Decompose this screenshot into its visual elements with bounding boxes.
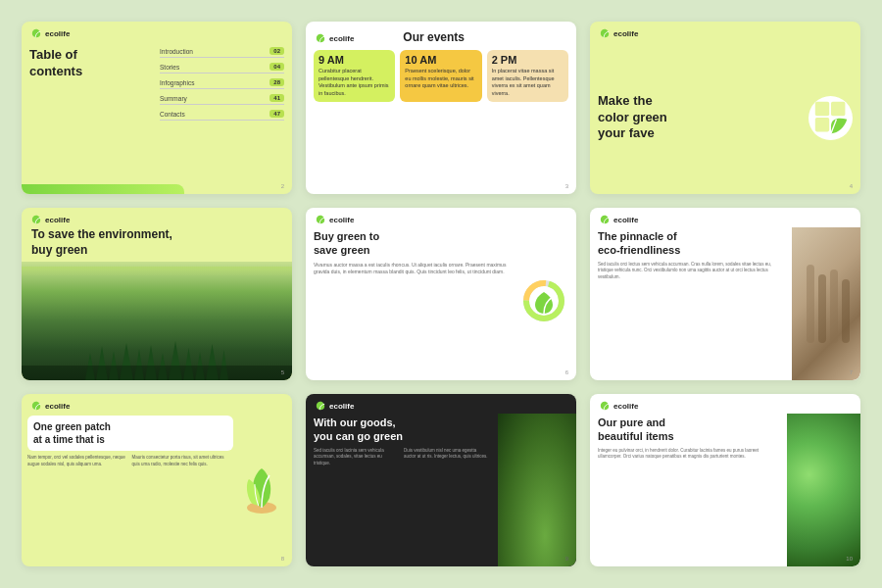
- slide-7-col2: Mauris consectetur porta risus, sit amet…: [132, 455, 234, 468]
- svg-rect-1: [831, 102, 845, 116]
- slide-7-title: One green patch at a time that is: [33, 420, 227, 446]
- leaf-overlay: [535, 292, 553, 310]
- logo-leaf-icon: [31, 28, 41, 38]
- logo-leaf-icon-9: [600, 401, 610, 411]
- slide-6-content: The pinnacle of eco-friendliness Sed iac…: [590, 227, 860, 380]
- page-number: 2: [281, 183, 284, 189]
- event-desc: Curabitur placerat pellentesque hendreri…: [318, 68, 390, 98]
- logo-1: ecolife: [22, 22, 292, 41]
- slide-7-content: One green patch at a time that is Nam te…: [22, 414, 292, 566]
- bamboo-icon: [797, 265, 856, 343]
- svg-rect-8: [830, 270, 838, 343]
- toc-label: Stories: [160, 64, 179, 71]
- slide-7-col1: Nam tempor, orci vel sodales pellentesqu…: [27, 455, 129, 468]
- forest-image: [22, 262, 292, 380]
- slide-5-right: [519, 229, 568, 372]
- events-heading: Our events: [403, 28, 465, 48]
- toc-badge: 41: [270, 94, 284, 102]
- toc-label: Introduction: [160, 48, 193, 55]
- slide-save-environment: ecolife To save the environment, buy gre…: [22, 208, 292, 380]
- slide-9-content: Our pure and beautiful items Integer eu …: [590, 414, 860, 566]
- event-9am: 9 AM Curabitur placerat pellentesque hen…: [314, 50, 395, 102]
- page-number-3: 4: [850, 183, 853, 189]
- logo-3: ecolife: [590, 22, 860, 41]
- event-2pm: 2 PM In placerat vitae massa sit amet ia…: [487, 50, 568, 102]
- toc-badge: 02: [270, 47, 284, 55]
- slide-7-right: [237, 416, 286, 561]
- event-time: 2 PM: [492, 54, 564, 66]
- toc-item-summary: Summary 41: [160, 92, 284, 105]
- brand-logo-svg: [813, 100, 849, 135]
- event-10am: 10 AM Praesent scelerisque, dolor eu mol…: [400, 50, 481, 102]
- slide-8-left: With our goods, you can go green Sed iac…: [306, 414, 498, 566]
- slide-8-desc2: Duis vestibulum nisl nec uma egestta auc…: [404, 448, 490, 467]
- leaves-bg: [787, 414, 860, 566]
- svg-rect-0: [814, 102, 828, 116]
- toc-badge: 47: [270, 110, 284, 118]
- slide-9-image: [787, 414, 860, 566]
- event-time: 9 AM: [318, 54, 390, 66]
- slide-1-title: Table of contents: [29, 45, 154, 186]
- leaf-stack-svg: [242, 464, 281, 517]
- slide-pinnacle: ecolife The pinnacle of eco-friendliness…: [590, 208, 860, 380]
- donut-chart: [522, 279, 565, 322]
- slide-8-desc1: Sed iaculis orci lacinia sem vehicula ac…: [314, 448, 400, 467]
- toc-badge: 28: [270, 78, 284, 86]
- event-time: 10 AM: [405, 54, 476, 66]
- logo-leaf-icon-7: [31, 401, 41, 411]
- logo-leaf-icon-5: [316, 215, 325, 224]
- slide-with-goods: ecolife With our goods, you can go green…: [306, 394, 576, 566]
- plant-bg: [498, 414, 576, 566]
- logo-leaf-icon-4: [31, 215, 41, 224]
- page-number-5: 6: [565, 369, 568, 375]
- logo-7: ecolife: [22, 394, 292, 414]
- page-number-6: 7: [850, 369, 853, 375]
- slide-7-left: One green patch at a time that is Nam te…: [27, 416, 233, 561]
- slide-pure-beautiful: ecolife Our pure and beautiful items Int…: [590, 394, 860, 566]
- event-desc: Praesent scelerisque, dolor eu mollis mo…: [405, 68, 476, 90]
- slide-make-green-fave: ecolife Make the color green your fave 4: [590, 22, 860, 194]
- logo-8: ecolife: [306, 394, 576, 414]
- slide-8-content: With our goods, you can go green Sed iac…: [306, 414, 576, 566]
- svg-rect-9: [842, 279, 850, 343]
- slide-6-title: The pinnacle of eco-friendliness: [598, 229, 784, 258]
- leaf-icon-donut: [535, 292, 553, 314]
- logo-leaf-icon-8: [316, 401, 325, 411]
- toc-label: Summary: [160, 95, 187, 102]
- logo-leaf-icon-2: [316, 33, 325, 43]
- slide-8-desc-cols: Sed iaculis orci lacinia sem vehicula ac…: [314, 448, 490, 467]
- slides-grid: ecolife Table of contents Introduction 0…: [0, 0, 882, 588]
- slide-6-desc: Sed iaculis orci lectus sem vehicula acc…: [598, 262, 784, 281]
- slide-9-left: Our pure and beautiful items Integer eu …: [590, 414, 787, 566]
- event-desc: In placerat vitae massa sit amet iaculis…: [492, 68, 564, 98]
- slide-one-green-patch: ecolife One green patch at a time that i…: [22, 394, 292, 566]
- logo-6: ecolife: [590, 208, 860, 227]
- slide-4-title: To save the environment, buy green: [22, 227, 292, 262]
- slide-table-of-contents: ecolife Table of contents Introduction 0…: [22, 22, 292, 194]
- slide-3-content: Make the color green your fave: [590, 41, 860, 194]
- page-number-9: 10: [846, 556, 853, 562]
- toc-label: Infographics: [160, 79, 194, 86]
- slide-5-desc: Vivamus auctor massa a est iaculis rhonc…: [314, 262, 515, 276]
- slide-8-image: [498, 414, 576, 566]
- toc-item-stories: Stories 04: [160, 61, 284, 74]
- slide-9-desc: Integer eu pulvinar orci, in hendrerit d…: [598, 448, 779, 462]
- toc-item-infographics: Infographics 28: [160, 76, 284, 89]
- page-number-7: 8: [281, 556, 284, 562]
- page-number-2: 3: [565, 183, 568, 189]
- logo-leaf-icon-3: [600, 28, 610, 38]
- events-row: 9 AM Curabitur placerat pellentesque hen…: [306, 50, 576, 102]
- leaf-stack: [242, 464, 281, 513]
- toc-badge: 04: [270, 63, 284, 71]
- toc-item-introduction: Introduction 02: [160, 45, 284, 58]
- slide-3-title: Make the color green your fave: [598, 93, 805, 143]
- slide-5-title: Buy green to save green: [314, 229, 515, 258]
- slide-8-title: With our goods, you can go green: [314, 416, 490, 444]
- accent-bar: [22, 184, 184, 194]
- slide-9-title: Our pure and beautiful items: [598, 416, 779, 444]
- slide-5-left: Buy green to save green Vivamus auctor m…: [314, 229, 515, 372]
- slide-5-content: Buy green to save green Vivamus auctor m…: [306, 227, 576, 380]
- toc-list: Introduction 02 Stories 04 Infographics …: [160, 45, 284, 186]
- green-logo-circle: [808, 96, 853, 140]
- slide-buy-green: ecolife Buy green to save green Vivamus …: [306, 208, 576, 380]
